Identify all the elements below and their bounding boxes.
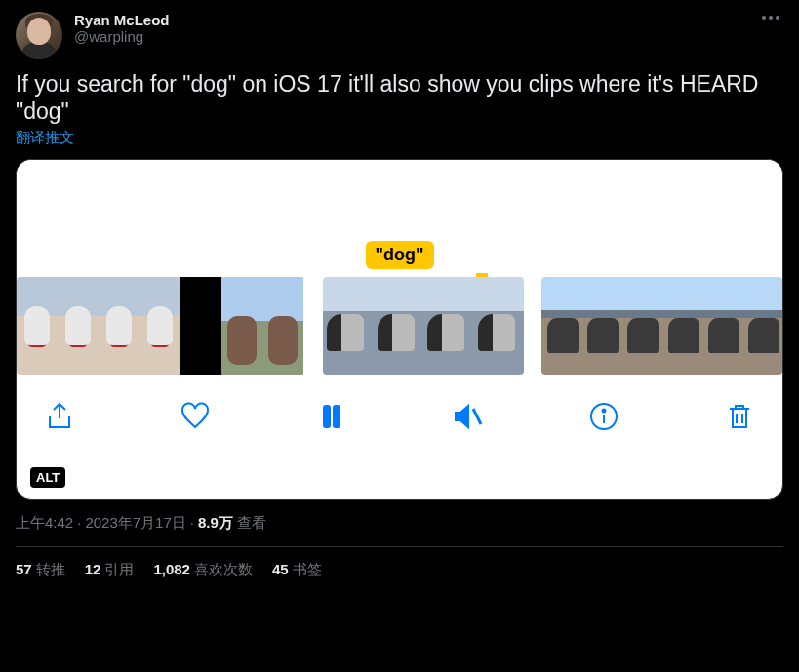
- stat-bookmarks[interactable]: 45书签: [272, 561, 322, 579]
- svg-point-3: [602, 410, 605, 413]
- more-icon[interactable]: [758, 12, 783, 23]
- trash-icon[interactable]: [724, 401, 755, 436]
- alt-badge[interactable]: ALT: [30, 467, 65, 488]
- author-handle: @warpling: [74, 28, 170, 45]
- tweet-media[interactable]: "dog": [16, 159, 783, 500]
- info-icon[interactable]: [588, 401, 619, 436]
- svg-rect-0: [324, 406, 330, 427]
- video-timeline-strip[interactable]: [17, 277, 782, 375]
- media-top-area: "dog": [17, 160, 782, 277]
- share-icon[interactable]: [44, 401, 75, 436]
- views-label: 查看: [237, 514, 266, 531]
- tweet-stats: 57转推 12引用 1,082喜欢次数 45书签: [16, 561, 783, 579]
- search-match-tag: "dog": [365, 241, 433, 269]
- divider: [16, 546, 783, 547]
- tweet-meta: 上午4:42·2023年7月17日·8.9万 查看: [16, 514, 783, 533]
- heart-icon[interactable]: [180, 401, 211, 436]
- tweet-time[interactable]: 上午4:42: [16, 514, 73, 531]
- mute-icon[interactable]: [452, 401, 483, 436]
- translate-link[interactable]: 翻译推文: [16, 129, 783, 147]
- tweet-text: If you search for "dog" on iOS 17 it'll …: [16, 70, 783, 125]
- video-clip-2[interactable]: [323, 277, 524, 375]
- views-count: 8.9万: [198, 514, 233, 531]
- tweet-header: Ryan McLeod @warpling: [16, 12, 783, 59]
- tweet: Ryan McLeod @warpling If you search for …: [0, 0, 799, 591]
- pause-icon[interactable]: [316, 401, 347, 436]
- media-toolbar: [17, 375, 782, 462]
- svg-rect-1: [334, 406, 340, 427]
- video-clip-3[interactable]: [541, 277, 782, 375]
- stat-retweets[interactable]: 57转推: [16, 561, 65, 579]
- stat-likes[interactable]: 1,082喜欢次数: [153, 561, 253, 579]
- author-name: Ryan McLeod: [74, 12, 170, 28]
- avatar[interactable]: [16, 12, 62, 59]
- video-clip-1[interactable]: [17, 277, 305, 375]
- tweet-date[interactable]: 2023年7月17日: [85, 514, 185, 531]
- author-block[interactable]: Ryan McLeod @warpling: [74, 12, 170, 45]
- stat-quotes[interactable]: 12引用: [85, 561, 135, 579]
